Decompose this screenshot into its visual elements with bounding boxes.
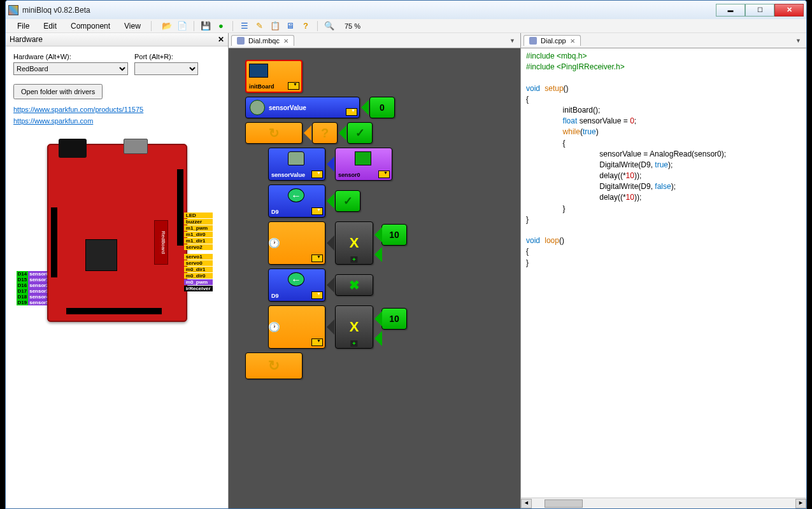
port-label: Port (Alt+R):	[134, 53, 198, 60]
app-window: miniBloq v0.82.Beta File Edit Component …	[5, 0, 807, 509]
block-delay-1[interactable]	[268, 221, 325, 265]
run-icon[interactable]: ●	[215, 20, 227, 32]
plus-icon[interactable]: +	[350, 340, 357, 347]
tab-dropdown-icon[interactable]: ▼	[793, 38, 804, 44]
link-sparkfun[interactable]: https://www.sparkfun.com	[13, 117, 220, 125]
toolbar: 📂 📄 💾 ● ☰ ✎ 📋 🖥 ? 🔍 75 %	[155, 20, 367, 32]
dropdown-icon[interactable]	[311, 207, 323, 215]
block-while[interactable]	[245, 122, 303, 144]
block-init[interactable]: initBoard	[245, 60, 303, 93]
visual-file-tab[interactable]: Dial.mbqc ✕	[231, 35, 294, 46]
close-button[interactable]	[774, 4, 804, 17]
block-end-while[interactable]	[245, 352, 303, 379]
align-icon[interactable]: ☰	[238, 20, 251, 32]
block-assign-var[interactable]: sensorValue	[268, 148, 325, 181]
zoom-icon[interactable]: 🔍	[323, 20, 336, 32]
scroll-right-icon[interactable]: ►	[795, 499, 806, 508]
zoom-level[interactable]: 75 %	[338, 21, 367, 31]
hardware-panel-header: Hardware ✕	[6, 33, 228, 46]
close-tab-icon[interactable]: ✕	[283, 38, 288, 45]
block-number-0[interactable]: 0	[369, 97, 395, 118]
horizontal-scrollbar[interactable]: ◄ ►	[521, 498, 806, 508]
open-drivers-button[interactable]: Open folder with drivers	[13, 84, 103, 99]
dropdown-icon[interactable]	[311, 171, 323, 178]
hardware-panel: Hardware ✕ Hardware (Alt+W): RedBoard Po…	[6, 33, 229, 508]
pin-labels-right: LEDbuzzer m1_pwmm1_dir0 m1_dir1servo2 se…	[184, 213, 213, 292]
variable-icon	[250, 100, 265, 115]
block-number-10a[interactable]: 10	[381, 224, 407, 246]
visual-tab-strip: Dial.mbqc ✕ ▼	[229, 33, 520, 48]
block-condition[interactable]: ?	[312, 122, 338, 144]
hardware-close-icon[interactable]: ✕	[218, 35, 224, 44]
menu-file[interactable]: File	[11, 20, 36, 32]
block-delay-2[interactable]	[268, 305, 325, 349]
block-canvas[interactable]: initBoard sensorValue 0 ?	[229, 48, 520, 508]
menu-component[interactable]: Component	[64, 20, 117, 32]
window-title: miniBloq v0.82.Beta	[22, 6, 90, 15]
dropdown-icon[interactable]	[311, 254, 323, 262]
port-select[interactable]	[134, 62, 198, 75]
minimize-button[interactable]	[716, 4, 745, 17]
dropdown-icon[interactable]	[378, 171, 390, 178]
link-product[interactable]: https://www.sparkfun.com/products/11575	[13, 106, 220, 113]
help-icon[interactable]: ?	[299, 20, 312, 32]
hardware-label: Hardware (Alt+W):	[13, 53, 128, 60]
visual-tab-label: Dial.mbqc	[248, 37, 280, 45]
block-number-10b[interactable]: 10	[381, 308, 407, 330]
film-icon	[249, 64, 268, 78]
add-icon[interactable]: 📄	[176, 20, 189, 32]
close-tab-icon[interactable]: ✕	[570, 38, 575, 45]
window-controls	[716, 4, 804, 17]
file-icon	[237, 37, 245, 45]
file-icon	[529, 37, 537, 45]
block-false[interactable]: ✖	[335, 274, 373, 296]
tab-dropdown-icon[interactable]: ▼	[507, 38, 518, 44]
block-analog-read[interactable]: sensor0	[335, 148, 392, 181]
titlebar[interactable]: miniBloq v0.82.Beta	[6, 1, 806, 19]
hardware-select[interactable]: RedBoard	[13, 62, 128, 75]
app-icon	[8, 5, 18, 15]
dropdown-icon[interactable]	[288, 82, 299, 90]
code-tab-strip: Dial.cpp ✕ ▼	[521, 33, 806, 48]
clock-icon	[269, 322, 280, 332]
code-panel: Dial.cpp ✕ ▼ #include <mbq.h> #include <…	[521, 33, 806, 508]
block-multiply-2[interactable]: X+	[335, 305, 373, 349]
code-file-tab[interactable]: Dial.cpp ✕	[524, 35, 581, 46]
code-tab-label: Dial.cpp	[541, 37, 566, 45]
menu-edit[interactable]: Edit	[37, 20, 63, 32]
menu-view[interactable]: View	[118, 20, 147, 32]
dropdown-icon[interactable]	[346, 108, 357, 116]
visual-editor-panel: Dial.mbqc ✕ ▼ initBoard sensorValue	[229, 33, 521, 508]
plus-icon[interactable]: +	[350, 256, 357, 263]
edit-icon[interactable]: ✎	[253, 20, 266, 32]
hardware-panel-title: Hardware	[10, 35, 43, 44]
sensor-icon	[355, 151, 371, 165]
block-declare-var[interactable]: sensorValue	[245, 97, 360, 118]
pin-labels-left: D14sensor0 D15sensor1 D16sensor2 D17sens…	[17, 271, 50, 305]
block-true[interactable]	[347, 122, 373, 144]
block-digital-write-2[interactable]: D9	[268, 268, 325, 302]
block-true-2[interactable]	[335, 190, 360, 212]
scroll-thumb[interactable]	[545, 499, 583, 508]
clock-icon	[269, 238, 280, 248]
scroll-left-icon[interactable]: ◄	[521, 499, 532, 508]
variable-icon	[288, 151, 304, 165]
block-digital-write-1[interactable]: D9	[268, 185, 325, 218]
open-icon[interactable]: 📂	[160, 20, 173, 32]
block-multiply-1[interactable]: X+	[335, 221, 373, 265]
menubar: File Edit Component View 📂 📄 💾 ● ☰ ✎ 📋 🖥…	[6, 19, 806, 33]
monitor-icon[interactable]: 🖥	[284, 20, 297, 32]
paste-icon[interactable]: 📋	[269, 20, 281, 32]
board-illustration: D14sensor0 D15sensor1 D16sensor2 D17sens…	[22, 144, 213, 322]
output-icon	[288, 188, 304, 202]
output-icon	[288, 272, 304, 286]
save-icon[interactable]: 💾	[199, 20, 212, 32]
dropdown-icon[interactable]	[311, 291, 323, 299]
maximize-button[interactable]	[745, 4, 774, 17]
code-editor[interactable]: #include <mbq.h> #include <PingIRReceive…	[521, 48, 806, 498]
dropdown-icon[interactable]	[311, 338, 323, 346]
